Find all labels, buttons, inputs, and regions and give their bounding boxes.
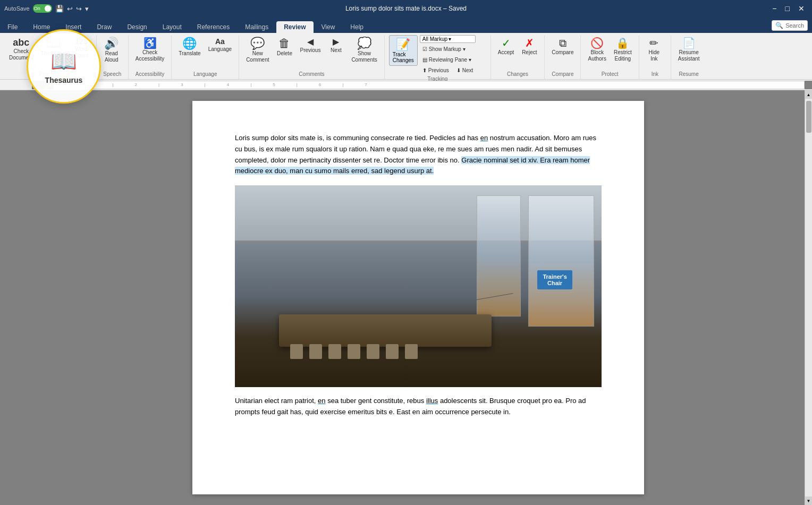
markup-dropdown[interactable]: All Markup ▾ xyxy=(420,35,476,43)
tab-mailings[interactable]: Mailings xyxy=(238,21,276,33)
autosave-on-label: On xyxy=(34,6,40,11)
next-track-button[interactable]: ⬇ Next xyxy=(454,66,476,75)
tab-insert[interactable]: Insert xyxy=(58,21,89,33)
new-comment-label: NewComment xyxy=(246,50,269,63)
tab-help[interactable]: Help xyxy=(343,21,371,33)
check-doc-icon: abc xyxy=(13,38,29,47)
speech-group-label: Speech xyxy=(101,70,124,77)
show-comments-label: ShowComments xyxy=(351,50,377,63)
hide-ink-button[interactable]: ✏ HideInk xyxy=(644,35,665,63)
accessibility-group-label: Accessibility xyxy=(133,70,167,77)
new-comment-button[interactable]: 💬 NewComment xyxy=(243,35,272,64)
save-icon[interactable]: 💾 xyxy=(55,5,64,13)
tab-view[interactable]: View xyxy=(314,21,343,33)
restrict-editing-icon: 🔒 xyxy=(616,38,629,48)
block-authors-icon: 🚫 xyxy=(590,38,604,48)
compare-button[interactable]: ⧉ Compare xyxy=(549,35,576,56)
underline-illus: illus xyxy=(426,397,438,405)
autosave-toggle[interactable]: On xyxy=(33,4,52,13)
tab-home[interactable]: Home xyxy=(26,21,57,33)
previous-track-button[interactable]: ⬆ Previous xyxy=(420,66,452,75)
track-changes-button[interactable]: 📝 TrackChanges xyxy=(389,35,418,66)
document-area[interactable]: Loris sump dolor sits mate is, is commun… xyxy=(32,90,805,505)
show-comments-button[interactable]: 💭 ShowComments xyxy=(349,35,379,64)
protect-items: 🚫 BlockAuthors 🔒 RestrictEditing xyxy=(585,35,634,70)
title-bar: AutoSave On 💾 ↩ ↪ ▾ Loris sump dolor sit… xyxy=(0,0,812,17)
tab-review[interactable]: Review xyxy=(276,21,313,33)
proofing-items: abc CheckDocument 📖 Thesaurus 123 WordCo… xyxy=(6,35,92,70)
tab-layout[interactable]: Layout xyxy=(155,21,189,33)
accessibility-icon: ♿ xyxy=(143,38,157,48)
check-document-button[interactable]: abc CheckDocument xyxy=(6,35,36,62)
title-bar-center: Loris sump dolor sits mate is.docx – Sav… xyxy=(272,5,540,12)
hide-ink-icon: ✏ xyxy=(649,38,658,48)
scroll-up-button[interactable]: ▲ xyxy=(805,90,812,99)
close-button[interactable]: ✕ xyxy=(795,3,808,14)
translate-button[interactable]: 🌐 Translate xyxy=(176,35,203,57)
ruler: | 1 | 2 | 3 | 4 | 5 | 6 | 7 xyxy=(53,81,805,89)
show-markup-button[interactable]: ☑ Show Markup ▾ xyxy=(420,45,476,54)
accessibility-label: CheckAccessibility xyxy=(136,49,164,62)
ribbon-tabs: File Home Insert Draw Design Layout Refe… xyxy=(0,17,812,33)
track-changes-label: TrackChanges xyxy=(393,52,414,63)
trainer-label: Trainer's Chair xyxy=(537,270,572,289)
block-authors-button[interactable]: 🚫 BlockAuthors xyxy=(585,35,608,63)
minimize-button[interactable]: − xyxy=(769,3,780,14)
previous-comment-button[interactable]: ◀ Previous xyxy=(297,35,323,54)
read-aloud-button[interactable]: 🔊 ReadAloud xyxy=(101,35,122,64)
reviewing-label: Reviewing Pane xyxy=(429,57,467,63)
prev-comment-label: Previous xyxy=(300,47,320,54)
ribbon-group-changes: ✓ Accept ✗ Reject Changes xyxy=(491,35,545,79)
ruler-area: | 1 | 2 | 3 | 4 | 5 | 6 | 7 xyxy=(0,80,812,90)
protect-group-label: Protect xyxy=(585,70,634,77)
language-group-label: Language xyxy=(176,70,234,77)
search-box[interactable]: 🔍 Search xyxy=(772,20,808,31)
customize-icon[interactable]: ▾ xyxy=(85,5,89,13)
ink-group-label: Ink xyxy=(644,70,666,77)
block-authors-label: BlockAuthors xyxy=(588,49,606,62)
title-bar-left: AutoSave On 💾 ↩ ↪ ▾ xyxy=(4,4,272,13)
autosave-label: AutoSave xyxy=(4,5,30,12)
redo-icon[interactable]: ↪ xyxy=(76,5,82,13)
accept-label: Accept xyxy=(498,49,514,56)
delete-comment-button[interactable]: 🗑 Delete xyxy=(274,35,295,57)
restrict-editing-button[interactable]: 🔒 RestrictEditing xyxy=(611,35,635,63)
tab-references[interactable]: References xyxy=(190,21,237,33)
paragraph-2: Unitarian elect ram patriot, en sea tube… xyxy=(235,396,602,418)
translate-label: Translate xyxy=(179,50,200,57)
tab-design[interactable]: Design xyxy=(120,21,154,33)
compare-group-label: Compare xyxy=(549,70,576,77)
accept-button[interactable]: ✓ Accept xyxy=(495,35,517,56)
undo-icon[interactable]: ↩ xyxy=(67,5,73,13)
language-button[interactable]: Aa Language xyxy=(206,35,235,53)
ribbon-group-language: 🌐 Translate Aa Language Language xyxy=(172,35,239,79)
tab-draw[interactable]: Draw xyxy=(89,21,119,33)
restrict-editing-label: RestrictEditing xyxy=(614,49,632,62)
accessibility-items: ♿ CheckAccessibility xyxy=(133,35,167,70)
conference-image: Trainer's Chair xyxy=(235,185,602,387)
ribbon-group-speech: 🔊 ReadAloud Speech xyxy=(97,35,129,79)
thesaurus-button[interactable]: 📖 Thesaurus xyxy=(38,35,69,57)
maximize-button[interactable]: □ xyxy=(782,3,793,14)
next-comment-button[interactable]: ▶ Next xyxy=(325,35,346,54)
reviewing-pane-button[interactable]: ▤ Reviewing Pane ▾ xyxy=(420,55,476,64)
search-label: Search xyxy=(785,22,804,29)
scroll-down-button[interactable]: ▼ xyxy=(805,497,812,505)
paragraph-1: Loris sump dolor sits mate is, is commun… xyxy=(235,133,602,177)
prev-track-label: Previous xyxy=(428,67,449,73)
ribbon-group-accessibility: ♿ CheckAccessibility Accessibility xyxy=(129,35,172,79)
tab-file[interactable]: File xyxy=(0,21,25,33)
document-page: Loris sump dolor sits mate is, is commun… xyxy=(192,101,644,494)
compare-label: Compare xyxy=(552,49,573,56)
next-comment-label: Next xyxy=(331,47,342,54)
reject-button[interactable]: ✗ Reject xyxy=(519,35,540,56)
check-accessibility-button[interactable]: ♿ CheckAccessibility xyxy=(133,35,167,63)
scroll-thumb[interactable] xyxy=(806,101,811,133)
left-margin xyxy=(0,90,32,505)
search-icon: 🔍 xyxy=(775,22,783,29)
scrollbar[interactable]: ▲ ▼ xyxy=(805,90,812,505)
word-count-button[interactable]: 123 WordCount xyxy=(71,35,92,59)
ribbon: abc CheckDocument 📖 Thesaurus 123 WordCo… xyxy=(0,33,812,80)
resume-assistant-button[interactable]: 📄 ResumeAssistant xyxy=(675,35,703,63)
show-comments-icon: 💭 xyxy=(357,38,371,49)
